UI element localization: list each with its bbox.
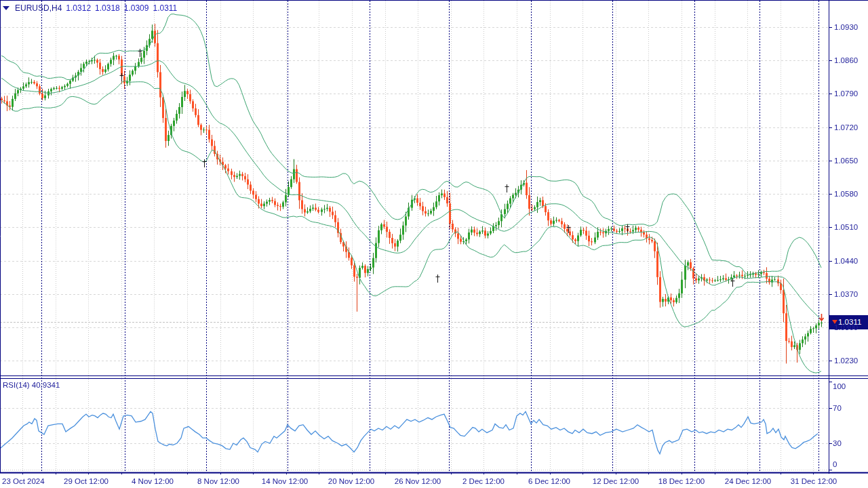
price-axis-label: 1.0440: [834, 257, 858, 266]
rsi-name: RSI(14): [3, 381, 30, 389]
rsi-axis-label: 30: [833, 439, 842, 448]
rsi-value: 40.9341: [32, 381, 60, 389]
ohlc-close: 1.0311: [153, 3, 177, 13]
date-axis-label: 6 Dec 12:00: [528, 477, 570, 486]
date-axis-label: 31 Dec 12:00: [791, 477, 837, 486]
rsi-axis-label: 0: [833, 460, 837, 469]
chart-canvas[interactable]: [0, 0, 868, 488]
rsi-axis-label: 100: [833, 382, 846, 391]
date-axis-label: 29 Oct 12:00: [64, 477, 108, 486]
rsi-axis-label: 70: [833, 404, 842, 413]
date-axis-label: 20 Nov 12:00: [328, 477, 374, 486]
price-axis-label: 1.0300: [834, 323, 858, 332]
price-axis-label: 1.0720: [834, 123, 858, 132]
price-axis-label: 1.0650: [834, 157, 858, 165]
date-axis-label: 2 Dec 12:00: [462, 477, 505, 486]
date-axis-label: 26 Nov 12:00: [395, 477, 441, 486]
price-axis-label: 1.0860: [834, 56, 858, 65]
date-axis-label: 23 Oct 2024: [2, 477, 45, 486]
price-axis-label: 1.0370: [834, 290, 858, 299]
chart-title: EURUSD,H4 1.0312 1.0318 1.0309 1.0311: [3, 3, 177, 13]
price-axis-label: 1.0230: [834, 357, 858, 365]
price-axis-label: 1.0510: [834, 223, 858, 232]
date-axis-label: 8 Nov 12:00: [197, 477, 239, 486]
ohlc-high: 1.0318: [95, 3, 120, 13]
price-axis-label: 1.0930: [834, 23, 858, 32]
date-axis-label: 4 Nov 12:00: [132, 477, 174, 486]
symbol-timeframe-label: EURUSD,H4: [15, 3, 62, 13]
price-axis-label: 1.0580: [834, 190, 858, 199]
chart-window: EURUSD,H4 1.0312 1.0318 1.0309 1.0311 RS…: [0, 0, 868, 488]
date-axis-label: 18 Dec 12:00: [658, 477, 705, 486]
date-axis-label: 12 Dec 12:00: [593, 477, 639, 486]
symbol-dropdown-icon[interactable]: [3, 6, 9, 10]
price-axis-label: 1.0790: [834, 89, 858, 98]
date-axis-label: 24 Dec 12:00: [725, 477, 771, 486]
ohlc-low: 1.0309: [124, 3, 149, 13]
date-axis-label: 14 Nov 12:00: [262, 477, 308, 486]
ohlc-open: 1.0312: [66, 3, 91, 13]
rsi-indicator-label: RSI(14) 40.9341: [3, 381, 60, 389]
